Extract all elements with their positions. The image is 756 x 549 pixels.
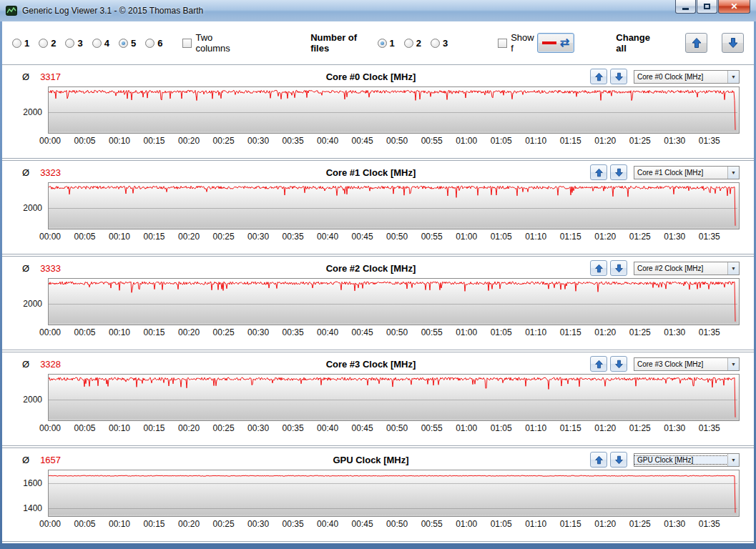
average-symbol: Ø xyxy=(22,167,29,178)
chart-panel: Ø 1657 GPU Clock [MHz] GPU Clock [MHz] ▼… xyxy=(2,447,754,542)
channel-dropdown[interactable]: Core #0 Clock [MHz] ▼ xyxy=(634,70,740,84)
x-tick-label: 01:10 xyxy=(525,232,546,242)
x-tick-label: 01:00 xyxy=(456,423,477,433)
x-tick-label: 01:15 xyxy=(560,232,581,242)
radio-icon xyxy=(92,39,102,48)
x-tick-label: 00:05 xyxy=(74,136,95,146)
chevron-down-icon: ▼ xyxy=(727,358,739,370)
number-of-files-option-1[interactable]: 1 xyxy=(378,38,395,49)
close-icon: ✕ xyxy=(730,1,737,11)
x-tick-label: 01:35 xyxy=(699,136,720,146)
channel-dropdown[interactable]: Core #3 Clock [MHz] ▼ xyxy=(634,357,740,371)
file-count-option-4[interactable]: 4 xyxy=(92,38,109,49)
x-tick-label: 01:10 xyxy=(525,327,546,337)
x-tick-label: 01:35 xyxy=(699,423,720,433)
change-all-up-button[interactable] xyxy=(685,33,707,53)
x-tick-label: 00:05 xyxy=(74,232,95,242)
panel-move-down-button[interactable] xyxy=(610,164,627,180)
panels-container: Ø 3317 Core #0 Clock [MHz] Core #0 Clock… xyxy=(2,64,754,542)
channel-dropdown-value: Core #1 Clock [MHz] xyxy=(634,169,727,177)
x-tick-label: 01:35 xyxy=(699,519,720,529)
number-of-files-option-3[interactable]: 3 xyxy=(431,38,448,49)
file-count-radios: 123456 xyxy=(12,38,162,49)
x-tick-label: 01:15 xyxy=(560,327,581,337)
average-value: 3328 xyxy=(40,359,61,370)
panel-controls: Core #1 Clock [MHz] ▼ xyxy=(590,164,740,180)
file-count-option-2[interactable]: 2 xyxy=(39,38,56,49)
panel-move-up-button[interactable] xyxy=(590,452,607,468)
y-axis: 2000 xyxy=(2,182,48,229)
chart-row: 2000 xyxy=(2,86,740,134)
panel-move-down-button[interactable] xyxy=(610,69,627,84)
change-all-down-button[interactable] xyxy=(722,33,744,53)
chart-panel: Ø 3333 Core #2 Clock [MHz] Core #2 Clock… xyxy=(2,256,754,350)
window-content: 123456 Two columns Number of files 123 S… xyxy=(2,21,754,543)
chart-panel: Ø 3323 Core #1 Clock [MHz] Core #1 Clock… xyxy=(2,160,754,254)
x-axis: 00:0000:0500:1000:1500:2000:2500:3000:35… xyxy=(48,421,740,437)
radio-icon xyxy=(404,39,413,48)
arrow-up-icon xyxy=(594,72,604,81)
x-tick-label: 00:00 xyxy=(39,136,61,146)
chart-plot xyxy=(48,374,740,421)
panel-move-up-button[interactable] xyxy=(590,69,607,84)
file-count-option-5[interactable]: 5 xyxy=(119,38,136,49)
arrow-down-icon xyxy=(614,168,624,177)
x-tick-label: 01:25 xyxy=(629,327,651,337)
panel-move-down-button[interactable] xyxy=(610,356,627,372)
file-count-option-1[interactable]: 1 xyxy=(12,38,29,49)
x-tick-label: 01:30 xyxy=(664,327,685,337)
file-count-option-6[interactable]: 6 xyxy=(145,38,162,49)
panel-move-up-button[interactable] xyxy=(590,356,607,372)
arrow-up-icon xyxy=(594,168,604,177)
file-count-option-3[interactable]: 3 xyxy=(65,38,82,49)
x-tick-label: 01:35 xyxy=(699,327,720,337)
x-tick-label: 00:15 xyxy=(144,423,165,433)
minimize-icon xyxy=(682,8,689,10)
x-tick-label: 00:45 xyxy=(352,423,373,433)
x-tick-label: 00:25 xyxy=(213,519,235,529)
chart-plot xyxy=(48,470,740,517)
x-tick-label: 00:25 xyxy=(213,232,235,242)
two-columns-label: Two columns xyxy=(195,32,239,54)
number-of-files-option-2[interactable]: 2 xyxy=(404,38,421,49)
close-button[interactable]: ✕ xyxy=(718,0,750,14)
average-symbol: Ø xyxy=(22,359,29,370)
panel-move-up-button[interactable] xyxy=(590,164,607,180)
minimize-button[interactable] xyxy=(675,0,696,14)
x-tick-label: 00:35 xyxy=(283,327,304,337)
channel-dropdown[interactable]: Core #2 Clock [MHz] ▼ xyxy=(634,262,740,275)
x-tick-label: 00:40 xyxy=(317,423,338,433)
swap-colors-button[interactable]: ⇄ xyxy=(537,33,575,53)
window-title: Generic Log Viewer 3.1 - © 2015 Thomas B… xyxy=(22,6,203,16)
x-tick-label: 01:35 xyxy=(699,232,720,242)
x-tick-label: 00:40 xyxy=(317,519,338,529)
two-columns-checkbox[interactable]: Two columns xyxy=(182,32,239,54)
x-tick-label: 00:50 xyxy=(386,136,408,146)
panel-move-down-button[interactable] xyxy=(610,452,627,468)
maximize-button[interactable] xyxy=(697,0,717,14)
chart-row: 16001400 xyxy=(2,470,740,517)
x-tick-label: 01:15 xyxy=(560,136,581,146)
panel-move-down-button[interactable] xyxy=(610,260,627,276)
chart-canvas xyxy=(49,183,737,227)
panel-header: Ø 1657 GPU Clock [MHz] GPU Clock [MHz] ▼ xyxy=(2,450,740,470)
radio-icon xyxy=(39,39,48,48)
arrow-down-icon xyxy=(727,37,739,49)
channel-dropdown[interactable]: GPU Clock [MHz] ▼ xyxy=(634,453,740,467)
chart-canvas xyxy=(49,375,737,419)
x-tick-label: 01:00 xyxy=(456,136,477,146)
panel-move-up-button[interactable] xyxy=(590,260,607,276)
chart-plot xyxy=(48,86,740,134)
x-tick-label: 01:20 xyxy=(594,423,616,433)
show-file-checkbox[interactable]: Show f xyxy=(498,32,534,54)
x-tick-label: 00:55 xyxy=(421,327,443,337)
change-all-label: Change all xyxy=(616,32,655,54)
radio-label: 6 xyxy=(157,38,162,49)
x-tick-label: 01:25 xyxy=(629,423,651,433)
y-axis: 2000 xyxy=(2,278,48,325)
x-tick-label: 00:40 xyxy=(317,232,338,242)
x-tick-label: 01:10 xyxy=(525,136,546,146)
radio-label: 4 xyxy=(104,38,109,49)
channel-dropdown[interactable]: Core #1 Clock [MHz] ▼ xyxy=(634,166,740,179)
chart-plot xyxy=(48,278,740,325)
